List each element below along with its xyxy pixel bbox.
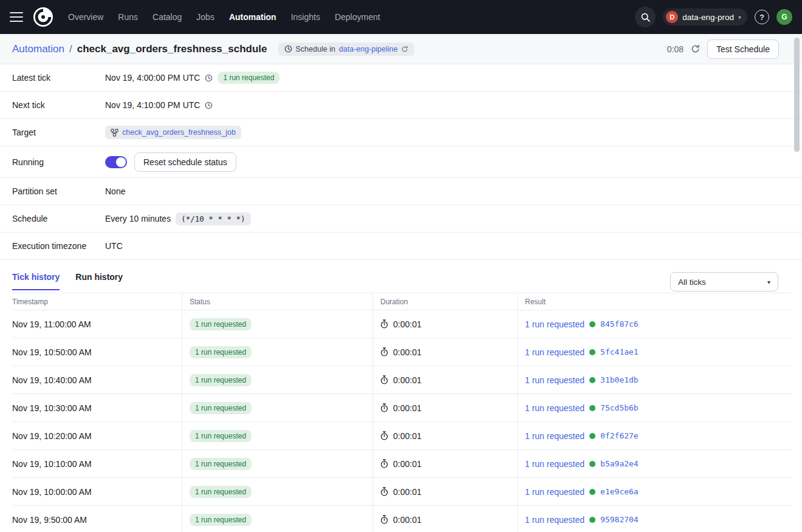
tick-table-row[interactable]: Nov 19, 10:30:00 AM 1 run requested 0:00…: [12, 394, 792, 422]
run-id-link[interactable]: b5a9a2e4: [600, 459, 639, 468]
run-id-link[interactable]: 5fc41ae1: [600, 347, 639, 356]
nav-item-insights[interactable]: Insights: [291, 12, 320, 22]
cron-expression: (*/10 * * * *): [176, 213, 250, 225]
tick-result-link[interactable]: 1 run requested: [525, 375, 584, 385]
tick-table-row[interactable]: Nov 19, 10:40:00 AM 1 run requested 0:00…: [12, 366, 792, 394]
nav-item-automation[interactable]: Automation: [229, 12, 276, 22]
tick-result-link[interactable]: 1 run requested: [525, 347, 584, 357]
chevron-down-icon: ▾: [767, 279, 770, 285]
tick-duration: 0:00:01: [393, 403, 422, 413]
nav-item-jobs[interactable]: Jobs: [196, 12, 214, 22]
tick-duration: 0:00:01: [393, 487, 422, 497]
tick-table-row[interactable]: Nov 19, 10:00:00 AM 1 run requested 0:00…: [12, 478, 792, 506]
tick-result-link[interactable]: 1 run requested: [525, 403, 584, 413]
stopwatch-icon: [380, 319, 388, 329]
target-job-link[interactable]: check_avg_orders_freshness_job: [122, 128, 236, 137]
context-badge-prefix: Schedule in: [296, 45, 335, 53]
header-result: Result: [517, 293, 792, 310]
partition-set-row: Partition set None: [0, 178, 802, 205]
dagster-logo: [33, 7, 53, 27]
workspace-switcher[interactable]: D data-eng-prod ▾: [663, 9, 747, 26]
stopwatch-icon: [380, 431, 388, 440]
reset-schedule-status-button[interactable]: Reset schedule status: [134, 152, 236, 172]
context-badge-pipeline-link[interactable]: data-eng-pipeline: [339, 45, 398, 53]
tick-duration: 0:00:01: [393, 319, 422, 329]
tick-duration: 0:00:01: [393, 347, 422, 357]
test-schedule-button[interactable]: Test Schedule: [707, 39, 779, 59]
toggle-knob: [116, 157, 126, 167]
running-toggle[interactable]: [105, 156, 127, 168]
run-id-link[interactable]: 75cd5b6b: [600, 403, 639, 412]
run-id-link[interactable]: 845f87c6: [600, 319, 639, 329]
run-success-dot-icon: [589, 461, 595, 467]
header-status: Status: [182, 293, 372, 310]
reload-icon[interactable]: [401, 46, 408, 53]
history-tabs-row: Tick history Run history All ticks ▾: [0, 260, 802, 292]
tick-result-link[interactable]: 1 run requested: [525, 319, 584, 329]
tick-duration: 0:00:01: [393, 431, 422, 441]
next-tick-value: Nov 19, 4:10:00 PM UTC: [105, 100, 200, 110]
tick-table-row[interactable]: Nov 19, 10:50:00 AM 1 run requested 0:00…: [12, 338, 792, 366]
tick-table-row[interactable]: Nov 19, 10:20:00 AM 1 run requested 0:00…: [12, 422, 792, 450]
run-success-dot-icon: [589, 349, 595, 355]
tab-tick-history[interactable]: Tick history: [12, 272, 60, 290]
tick-result-link[interactable]: 1 run requested: [525, 459, 584, 469]
nav-item-deployment[interactable]: Deployment: [335, 12, 380, 22]
tick-table-row[interactable]: Nov 19, 11:00:00 AM 1 run requested 0:00…: [12, 310, 792, 338]
tick-timestamp: Nov 19, 11:00:00 AM: [12, 319, 91, 329]
stopwatch-icon: [380, 515, 388, 524]
tick-timestamp: Nov 19, 10:50:00 AM: [12, 347, 92, 357]
search-button[interactable]: [635, 7, 656, 27]
tick-timestamp: Nov 19, 10:10:00 AM: [12, 459, 92, 469]
breadcrumb-automation-link[interactable]: Automation: [12, 43, 64, 55]
latest-tick-row: Latest tick Nov 19, 4:00:00 PM UTC 1 run…: [0, 64, 802, 92]
schedule-row: Schedule Every 10 minutes (*/10 * * * *): [0, 205, 802, 233]
tick-timestamp: Nov 19, 10:20:00 AM: [12, 431, 92, 441]
tick-timestamp: Nov 19, 9:50:00 AM: [12, 515, 87, 525]
tick-result-link[interactable]: 1 run requested: [525, 487, 584, 497]
clock-icon: [284, 45, 292, 53]
chevron-down-icon: ▾: [738, 14, 741, 21]
evaluation-timer: 0:08: [667, 44, 684, 54]
refresh-icon[interactable]: [691, 44, 700, 53]
tick-result-link[interactable]: 1 run requested: [525, 431, 584, 441]
tick-status-badge: 1 run requested: [190, 486, 252, 498]
tick-filter-select[interactable]: All ticks ▾: [670, 272, 778, 292]
schedule-details: Latest tick Nov 19, 4:00:00 PM UTC 1 run…: [0, 64, 802, 260]
app-root: OverviewRunsCatalogJobsAutomationInsight…: [0, 0, 802, 532]
page-title: check_avg_orders_freshness_schdule: [77, 43, 267, 55]
schedule-value: Every 10 minutes: [105, 214, 171, 223]
tab-run-history[interactable]: Run history: [75, 272, 123, 290]
question-mark-icon: ?: [759, 13, 764, 22]
latest-tick-value: Nov 19, 4:00:00 PM UTC: [105, 73, 200, 83]
clock-icon: [205, 101, 213, 109]
run-id-link[interactable]: e1e9ce6a: [600, 487, 639, 496]
tick-table-row[interactable]: Nov 19, 10:10:00 AM 1 run requested 0:00…: [12, 450, 792, 478]
run-success-dot-icon: [589, 517, 595, 523]
tick-timestamp: Nov 19, 10:00:00 AM: [12, 487, 92, 497]
nav-item-overview[interactable]: Overview: [68, 12, 103, 22]
schedule-label: Schedule: [12, 214, 105, 223]
vertical-scrollbar[interactable]: [794, 38, 800, 152]
help-button[interactable]: ?: [755, 10, 769, 24]
run-id-link[interactable]: 0f2f627e: [600, 431, 639, 440]
run-id-link[interactable]: 31b0e1db: [600, 375, 639, 384]
hamburger-menu-icon[interactable]: [10, 12, 23, 22]
tick-duration: 0:00:01: [393, 459, 422, 469]
tick-table-body: Nov 19, 11:00:00 AM 1 run requested 0:00…: [12, 310, 792, 532]
tick-result-link[interactable]: 1 run requested: [525, 515, 584, 525]
tick-status-badge: 1 run requested: [190, 374, 252, 386]
next-tick-row: Next tick Nov 19, 4:10:00 PM UTC: [0, 92, 802, 119]
job-graph-icon: [111, 129, 118, 137]
timezone-label: Execution timezone: [12, 241, 105, 251]
partition-set-value: None: [105, 186, 125, 196]
user-avatar[interactable]: G: [776, 9, 792, 25]
clock-icon: [205, 74, 213, 82]
nav-item-catalog[interactable]: Catalog: [153, 12, 182, 22]
tick-status-badge: 1 run requested: [190, 402, 252, 414]
nav-item-runs[interactable]: Runs: [118, 12, 138, 22]
tick-table-header: Timestamp Status Duration Result: [12, 293, 792, 310]
tick-table-row[interactable]: Nov 19, 9:50:00 AM 1 run requested 0:00:…: [12, 506, 792, 532]
run-id-link[interactable]: 95982704: [600, 515, 639, 524]
tick-status-badge: 1 run requested: [190, 458, 252, 470]
